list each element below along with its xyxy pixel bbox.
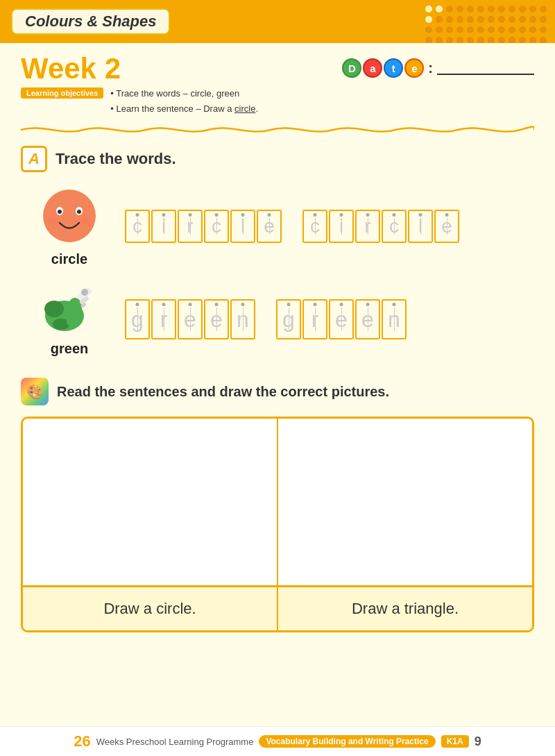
section-b-header: 🎨 Read the sentences and draw the correc… (21, 378, 534, 405)
trace-box2-i1: i (329, 210, 354, 243)
line2-e2g (368, 308, 368, 331)
objectives-row: Learning objectives • Trace the words – … (21, 86, 534, 117)
objectives-list: • Trace the words – circle, green • Lear… (110, 86, 258, 117)
drawing-cell-circle[interactable] (23, 419, 278, 585)
line2-n1g (394, 308, 395, 331)
footer-level: K1A (441, 735, 469, 748)
trace-g1: g (125, 299, 150, 339)
trace-box-c1: c (125, 210, 150, 243)
line-n1g (243, 308, 244, 331)
section-a-icon: A (21, 146, 47, 172)
date-letter-e: e (404, 58, 424, 78)
trace2-e1: e (329, 299, 354, 339)
top-banner: Colours & Shapes (0, 0, 555, 43)
week-title: Week 2 (21, 54, 121, 83)
green-trace-pair: g r e e (125, 299, 407, 339)
dot-decoration (425, 6, 548, 45)
trace-box2-l1: l (408, 210, 433, 243)
caption-triangle: Draw a triangle. (278, 587, 532, 630)
circle-trace-pair: c i r c (125, 210, 459, 243)
line-e1g (190, 308, 191, 331)
week-date-row: Week 2 D a t e : (21, 54, 534, 83)
trace-box2-c1: c (302, 210, 327, 243)
dot-r1 (189, 213, 192, 217)
circle-face-icon (40, 185, 99, 247)
dot2-r1g (314, 303, 317, 306)
trace2-g1: g (276, 299, 301, 339)
dot-l1 (241, 213, 245, 217)
svg-point-11 (67, 315, 80, 328)
green-splash-icon (40, 281, 99, 337)
trace2-e2: e (355, 299, 380, 339)
line-c2 (216, 218, 217, 235)
dot2-c1 (314, 213, 317, 217)
line-g1 (137, 308, 138, 331)
trace-n1: n (230, 299, 255, 339)
trace-box-c2: c (204, 210, 229, 243)
svg-point-5 (48, 217, 58, 224)
green-label: green (51, 341, 88, 357)
section-b-title: Read the sentences and draw the correct … (57, 384, 389, 400)
circle-trace-2: c i r c (302, 210, 459, 243)
dot2-r1 (366, 213, 370, 217)
dot-c2 (215, 213, 219, 217)
svg-point-0 (43, 190, 96, 242)
wavy-divider (21, 124, 534, 136)
caption-row: Draw a circle. Draw a triangle. (23, 585, 532, 630)
line-c1 (137, 218, 138, 235)
line2-e1g (341, 308, 342, 331)
line2-e1 (447, 218, 447, 235)
green-trace-2: g r e e (276, 299, 407, 339)
word-row-green: green g r e (35, 281, 534, 357)
dot-e1g (189, 303, 192, 306)
line2-i1 (341, 218, 342, 235)
trace-box-l1: l (230, 210, 255, 243)
dot2-i1 (340, 213, 343, 217)
drawing-cell-triangle[interactable] (278, 419, 532, 585)
line2-c1 (315, 218, 316, 235)
trace2-n1: n (382, 299, 407, 339)
dot-i1 (162, 213, 166, 217)
footer-badge: Vocabulary Building and Writing Practice (259, 735, 435, 748)
objectives-badge: Learning objectives (21, 87, 103, 99)
date-colon: : (428, 60, 433, 76)
circle-trace-1: c i r c (125, 210, 282, 243)
trace-box-i1: i (151, 210, 176, 243)
trace-box-e1: e (257, 210, 282, 243)
svg-point-9 (68, 298, 82, 317)
dot2-l1 (419, 213, 422, 217)
trace-box2-e1: e (434, 210, 459, 243)
dot2-e1 (445, 213, 449, 217)
date-letter-d: D (342, 58, 361, 78)
line2-r1g (315, 308, 316, 331)
svg-point-3 (58, 210, 62, 214)
footer-text: Weeks Preschool Learning Programme (96, 737, 254, 747)
line-e1 (269, 218, 270, 235)
trace-e1: e (178, 299, 203, 339)
page-footer: 26 Weeks Preschool Learning Programme Vo… (0, 726, 555, 756)
page-content: Week 2 D a t e : Learning objectives • T… (0, 43, 555, 756)
circle-label: circle (51, 251, 87, 267)
drawing-table: Draw a circle. Draw a triangle. (21, 417, 534, 632)
dot2-e2g (366, 303, 370, 306)
line2-r1 (368, 218, 368, 235)
dot2-c2 (393, 213, 396, 217)
dot-c1 (136, 213, 139, 217)
caption-circle: Draw a circle. (23, 587, 278, 630)
svg-point-15 (81, 289, 88, 296)
trace2-r1: r (302, 299, 327, 339)
line2-l1 (420, 218, 421, 235)
dot-e2g (215, 303, 219, 306)
line-r1 (190, 218, 191, 235)
dot-e1 (268, 213, 271, 217)
section-a-title: Trace the words. (56, 150, 176, 168)
dot2-e1g (340, 303, 343, 306)
trace-box2-r1: r (355, 210, 380, 243)
dot2-n1g (393, 303, 396, 306)
trace-r1: r (151, 299, 176, 339)
line2-g1 (289, 308, 289, 331)
footer-26: 26 (74, 732, 90, 750)
svg-point-4 (77, 210, 81, 214)
drawing-area-row (23, 419, 532, 585)
objective-item-2: • Learn the sentence – Draw a circle. (110, 101, 258, 117)
